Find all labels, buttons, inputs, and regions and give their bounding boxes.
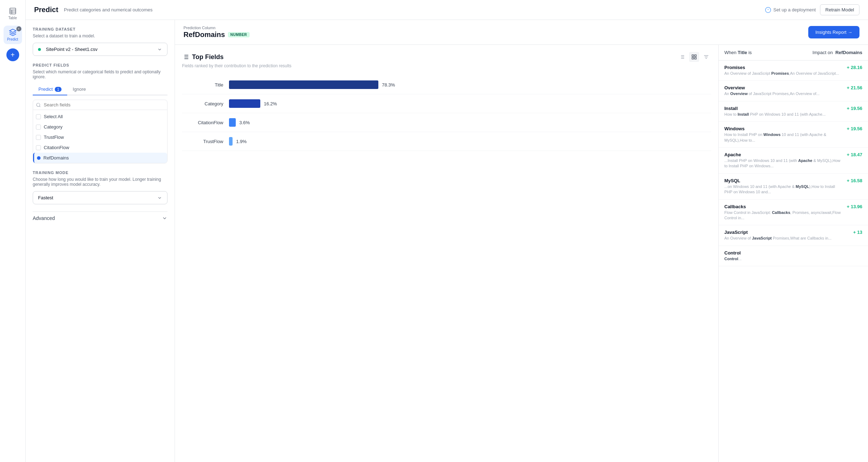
training-mode-section: TRAINING MODE Choose how long you would … [33, 170, 167, 204]
impact-list: Promises An Overview of JavaScript Promi… [719, 61, 868, 266]
impact-row: Windows How to Install PHP on Windows 10… [719, 122, 868, 148]
field-category-row[interactable]: Category [33, 122, 167, 132]
impact-col-bold: RefDomains [835, 50, 862, 55]
field-citationflow-row[interactable]: CitationFlow [33, 142, 167, 153]
impact-row-left: Install How to Install PHP on Windows 10… [724, 106, 842, 117]
predict-fields-desc: Select which numerical or categorical fi… [33, 69, 167, 79]
grid-view-icon[interactable] [689, 52, 699, 62]
left-panel: TRAINING DATASET Select a dataset to tra… [26, 20, 175, 462]
impact-header: When Title is Impact on RefDomains [719, 45, 868, 61]
impact-keyword: Promises [724, 65, 842, 70]
impact-on-label: Impact on RefDomains [813, 50, 862, 55]
sidebar-item-table[interactable]: Table [4, 4, 22, 23]
training-mode-label: TRAINING MODE [33, 170, 167, 175]
training-mode-dropdown[interactable]: Fastest [33, 191, 167, 204]
fields-list-inner: Category TrustFlow CitationFlow Ref [33, 122, 167, 163]
svg-point-7 [37, 103, 40, 106]
predict-fields-label: PREDICT FIELDS [33, 63, 167, 67]
field-bar-label: CitationFlow [188, 120, 223, 125]
field-trustflow-label: TrustFlow [44, 135, 64, 140]
view-icons [677, 52, 711, 62]
field-trustflow-checkbox[interactable] [36, 135, 41, 140]
impact-row-left: Control Control... [724, 250, 862, 262]
impact-row-left: MySQL ...on Windows 10 and 11 (with Apac… [724, 178, 842, 195]
impact-row-left: JavaScript An Overview of JavaScript Pro… [724, 230, 849, 241]
impact-title-bold: Title [738, 50, 747, 55]
close-icon[interactable]: × [16, 26, 21, 31]
impact-row-left: Overview An Overview of JavaScript Promi… [724, 85, 842, 96]
impact-desc: An Overview of JavaScript Promises,An Ov… [724, 91, 842, 96]
dataset-dropdown[interactable]: SitePoint v2 - Sheet1.csv [33, 43, 167, 56]
setup-deploy-link[interactable]: Set up a deployment [765, 7, 816, 13]
field-trustflow-row[interactable]: TrustFlow [33, 132, 167, 142]
impact-value: + 28.16 [847, 65, 862, 70]
field-citationflow-checkbox[interactable] [36, 145, 41, 150]
topbar-right: Set up a deployment Retrain Model [765, 4, 859, 15]
top-fields-title: Top Fields [182, 53, 224, 61]
impact-row-left: Promises An Overview of JavaScript Promi… [724, 65, 842, 76]
select-all-row[interactable]: Select All [33, 111, 167, 122]
fields-list: Select All Category TrustFlow [33, 100, 167, 163]
svg-rect-22 [694, 55, 696, 57]
field-refdomains-row[interactable]: RefDomains [33, 153, 167, 163]
impact-row-left: Callbacks Flow Control in JavaScript: Ca… [724, 204, 842, 221]
top-fields-header: Top Fields [182, 52, 711, 62]
field-bar-pct: 78.3% [382, 82, 395, 88]
prediction-column-info: Prediction Column RefDomains NUMBER [183, 26, 250, 39]
field-bar-pct: 1.9% [236, 139, 247, 144]
sidebar-predict-label: Predict [7, 37, 18, 41]
impact-value: + 18.47 [847, 152, 862, 157]
sort-icon[interactable] [701, 52, 711, 62]
tab-predict-label: Predict [38, 86, 53, 92]
impact-desc: Control... [724, 256, 862, 262]
retrain-model-button[interactable]: Retrain Model [820, 4, 859, 15]
impact-desc: An Overview of JavaScript Promises,What … [724, 236, 849, 241]
setup-deploy-label: Set up a deployment [773, 7, 816, 12]
advanced-section[interactable]: Advanced [33, 211, 167, 225]
impact-keyword: Overview [724, 85, 842, 90]
field-bar [229, 80, 378, 89]
impact-keyword: MySQL [724, 178, 842, 183]
add-button[interactable]: + [6, 48, 19, 61]
training-dataset-desc: Select a dataset to train a model. [33, 33, 167, 38]
impact-row: Apache ...Install PHP on Windows 10 and … [719, 148, 868, 174]
prediction-col-label: Prediction Column [183, 26, 250, 30]
impact-desc: Flow Control in JavaScript: Callbacks, P… [724, 210, 842, 221]
insights-report-button[interactable]: Insights Report → [808, 26, 859, 38]
tab-ignore[interactable]: Ignore [67, 84, 92, 95]
prediction-col-value: RefDomains NUMBER [183, 31, 250, 39]
prediction-col-name: RefDomains [183, 31, 225, 39]
impact-row: Control Control... [719, 246, 868, 266]
field-bar-container: 78.3% [229, 80, 705, 89]
impact-keyword: Windows [724, 126, 842, 131]
list-view-icon[interactable] [677, 52, 687, 62]
impact-keyword: Install [724, 106, 842, 111]
tab-predict[interactable]: Predict 1 [33, 84, 67, 95]
selected-dataset-label: SitePoint v2 - Sheet1.csv [46, 47, 97, 52]
training-dataset-section: TRAINING DATASET Select a dataset to tra… [33, 27, 167, 56]
field-bar-row: CitationFlow 3.6% [182, 113, 711, 132]
field-bar-pct: 3.6% [239, 120, 250, 125]
bars-container: Title 78.3% Category 16.2% CitationFlow … [182, 75, 711, 151]
impact-keyword: JavaScript [724, 230, 849, 235]
chevron-down-icon [157, 47, 162, 52]
impact-keyword: Callbacks [724, 204, 842, 209]
fields-search-row [33, 100, 167, 110]
content-area: TRAINING DATASET Select a dataset to tra… [26, 20, 868, 462]
search-input[interactable] [44, 102, 164, 107]
impact-row: Install How to Install PHP on Windows 10… [719, 101, 868, 122]
impact-panel: When Title is Impact on RefDomains Promi… [719, 45, 868, 462]
impact-row: MySQL ...on Windows 10 and 11 (with Apac… [719, 174, 868, 200]
predict-fields-section: PREDICT FIELDS Select which numerical or… [33, 63, 167, 163]
field-bar-label: TrustFlow [188, 139, 223, 144]
select-all-checkbox[interactable] [36, 114, 41, 119]
field-bar [229, 118, 236, 127]
impact-when-label: When Title is [724, 50, 813, 55]
field-bar-container: 3.6% [229, 118, 705, 127]
svg-rect-23 [694, 57, 696, 59]
impact-value: + 19.56 [847, 106, 862, 111]
impact-value: + 13 [853, 230, 862, 235]
field-bar [229, 137, 233, 146]
field-category-checkbox[interactable] [36, 125, 41, 130]
prediction-col-badge: NUMBER [228, 32, 250, 37]
